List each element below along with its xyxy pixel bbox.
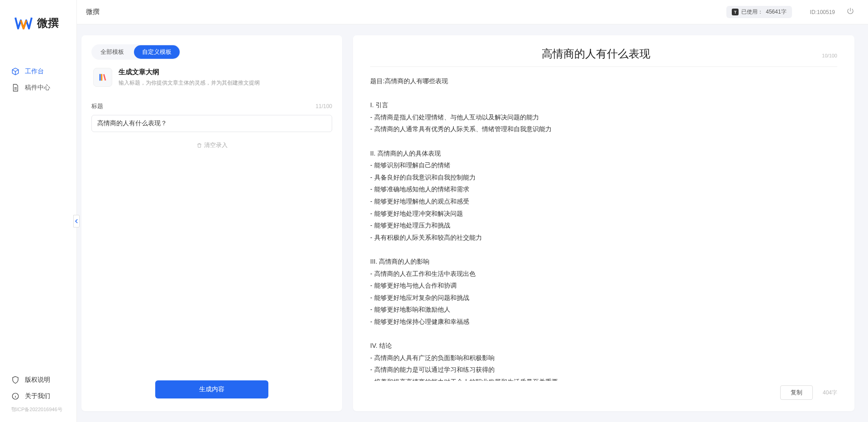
template-title: 生成文章大纲 xyxy=(119,68,260,76)
word-count: 404字 xyxy=(823,389,837,397)
document-icon xyxy=(11,84,19,92)
usage-value: 45641字 xyxy=(766,8,786,16)
power-button[interactable] xyxy=(846,7,854,17)
trash-icon xyxy=(196,142,202,148)
title-field-group: 标题 11/100 xyxy=(91,102,332,132)
books-icon xyxy=(98,72,108,82)
title-input[interactable] xyxy=(91,115,332,132)
tab-custom-templates[interactable]: 自定义模板 xyxy=(134,45,180,59)
sidebar-item-label: 工作台 xyxy=(25,67,44,76)
template-card: 生成文章大纲 输入标题，为你提供文章主体的灵感，并为其创建推文提纲 xyxy=(91,60,332,92)
sidebar: 微撰 工作台 稿件中心 版权说明 关于我们 鄂ICP备2022016946号 xyxy=(0,0,77,422)
generate-button[interactable]: 生成内容 xyxy=(155,380,268,398)
tab-all-templates[interactable]: 全部模板 xyxy=(92,45,132,59)
sidebar-item-label: 稿件中心 xyxy=(25,84,50,92)
chevron-left-icon xyxy=(75,219,78,223)
logo-icon xyxy=(14,17,33,29)
brand-name: 微撰 xyxy=(37,16,59,30)
usage-badge[interactable]: T 已使用： 45641字 xyxy=(726,6,792,18)
field-counter: 11/100 xyxy=(315,103,332,109)
template-tabs: 全部模板 自定义模板 xyxy=(91,44,181,60)
sidebar-collapse-handle[interactable] xyxy=(73,215,80,228)
clear-input-button[interactable]: 清空录入 xyxy=(196,141,228,149)
output-body[interactable]: 题目:高情商的人有哪些表现 I. 引言 - 高情商是指人们处理情绪、与他人互动以… xyxy=(370,67,837,381)
copy-button[interactable]: 复制 xyxy=(780,385,813,400)
text-count-icon: T xyxy=(732,9,739,15)
main: 微撰 T 已使用： 45641字 ID:100519 全部模板 自定义模板 xyxy=(77,0,868,422)
content: 全部模板 自定义模板 生成文章大纲 输入标题，为你提供文章主体的灵感，并为其创建… xyxy=(77,24,868,422)
usage-label: 已使用： xyxy=(741,8,763,16)
template-icon xyxy=(93,68,112,87)
footer-item-copyright[interactable]: 版权说明 xyxy=(11,372,65,388)
topbar: 微撰 T 已使用： 45641字 ID:100519 xyxy=(77,0,868,24)
output-header-stat: 10/100 xyxy=(822,53,837,58)
page-title: 微撰 xyxy=(86,8,726,16)
footer-item-about[interactable]: 关于我们 xyxy=(11,388,65,404)
cube-icon xyxy=(11,67,19,76)
output-panel: 高情商的人有什么表现 10/100 题目:高情商的人有哪些表现 I. 引言 - … xyxy=(353,35,854,411)
power-icon xyxy=(846,7,854,15)
user-id: ID:100519 xyxy=(810,9,835,15)
template-desc: 输入标题，为你提供文章主体的灵感，并为其创建推文提纲 xyxy=(119,79,260,87)
info-icon xyxy=(11,392,19,400)
shield-icon xyxy=(11,376,19,384)
input-panel: 全部模板 自定义模板 生成文章大纲 输入标题，为你提供文章主体的灵感，并为其创建… xyxy=(81,35,342,411)
output-title: 高情商的人有什么表现 xyxy=(370,47,822,61)
field-label: 标题 xyxy=(91,102,103,110)
sidebar-nav: 工作台 稿件中心 xyxy=(0,42,76,367)
footer-item-label: 关于我们 xyxy=(25,392,50,400)
sidebar-item-workspace[interactable]: 工作台 xyxy=(0,63,76,80)
footer-item-label: 版权说明 xyxy=(25,376,50,384)
sidebar-footer: 版权说明 关于我们 鄂ICP备2022016946号 xyxy=(0,367,76,422)
icp-text: 鄂ICP备2022016946号 xyxy=(11,404,65,413)
brand-logo: 微撰 xyxy=(0,0,76,42)
sidebar-item-drafts[interactable]: 稿件中心 xyxy=(0,80,76,96)
